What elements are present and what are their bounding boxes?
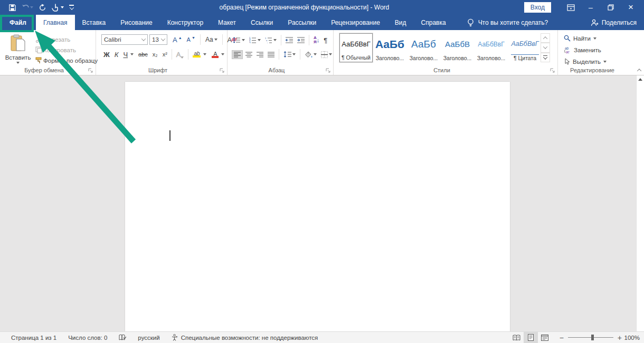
highlight-dropdown-icon[interactable] <box>203 53 206 55</box>
close-button[interactable]: × <box>621 1 641 14</box>
scroll-up-icon[interactable] <box>638 78 642 81</box>
web-layout-button[interactable] <box>538 332 552 343</box>
underline-dropdown-icon[interactable] <box>130 53 134 55</box>
styles-gallery-more-button[interactable] <box>541 53 550 62</box>
font-dialog-launcher-icon[interactable] <box>220 68 225 73</box>
save-icon[interactable] <box>8 4 16 12</box>
document-area <box>0 75 644 331</box>
styles-dialog-launcher-icon[interactable] <box>550 68 555 73</box>
font-color-button[interactable]: А <box>210 51 221 59</box>
style-quote[interactable]: АаБбВвГ ¶ Цитата <box>508 33 542 62</box>
increase-indent-icon <box>297 37 305 43</box>
share-button[interactable]: Поделиться <box>591 15 637 30</box>
title-bar: образец [Режим ограниченной функциональн… <box>0 0 644 15</box>
find-button[interactable]: Найти <box>562 34 608 43</box>
shrink-font-button[interactable]: A▼ <box>185 35 197 44</box>
tab-mailings[interactable]: Рассылки <box>280 15 324 30</box>
paste-button[interactable]: Вставить <box>4 34 32 70</box>
align-center-button[interactable] <box>244 51 254 59</box>
customize-qat-icon[interactable] <box>69 5 74 10</box>
clipboard-group-label: Буфер обмена <box>0 67 88 73</box>
word-count-status[interactable]: Число слов: 0 <box>62 335 113 341</box>
tab-view[interactable]: Вид <box>387 15 414 30</box>
touch-mode-icon[interactable] <box>52 4 64 12</box>
print-layout-button[interactable] <box>524 332 538 343</box>
strikethrough-button[interactable]: abc <box>136 51 150 58</box>
style-heading2[interactable]: АаБб Заголово... <box>407 33 440 62</box>
grow-font-button[interactable]: A▲ <box>171 35 184 45</box>
text-effects-button[interactable]: A <box>174 50 186 59</box>
text-cursor <box>169 130 171 141</box>
highlight-button[interactable]: ab <box>191 51 203 58</box>
show-marks-button[interactable]: ¶ <box>322 35 329 45</box>
tab-home[interactable]: Главная <box>36 15 75 30</box>
borders-button[interactable] <box>319 50 334 59</box>
change-case-button[interactable]: Aa <box>204 35 219 44</box>
numbering-button[interactable]: 123 <box>248 36 262 44</box>
select-button[interactable]: Выделить <box>562 57 608 66</box>
cut-button[interactable]: Вырезать <box>34 35 72 44</box>
lightbulb-icon <box>467 18 474 27</box>
document-page[interactable] <box>125 82 510 331</box>
copy-button[interactable]: Копировать <box>34 45 78 54</box>
sign-in-button[interactable]: Вход <box>524 2 551 13</box>
style-normal[interactable]: АаБбВвГ ¶ Обычный <box>339 33 373 62</box>
justify-button[interactable] <box>266 51 276 59</box>
undo-icon[interactable] <box>22 4 33 11</box>
italic-button[interactable]: К <box>112 50 121 59</box>
tell-me-search[interactable]: Что вы хотите сделать? <box>467 15 548 30</box>
restore-button[interactable] <box>601 1 621 14</box>
paragraph-dialog-launcher-icon[interactable] <box>326 68 331 73</box>
style-heading3[interactable]: АаБбВ Заголово... <box>441 33 474 62</box>
align-right-button[interactable] <box>255 51 265 59</box>
align-left-button[interactable] <box>232 50 243 59</box>
accessibility-status[interactable]: ? Специальные возможности: не поддержива… <box>166 334 324 341</box>
tab-file[interactable]: Файл <box>0 15 36 30</box>
font-color-dropdown-icon[interactable] <box>221 53 224 55</box>
tab-help[interactable]: Справка <box>414 15 453 30</box>
decrease-indent-button[interactable] <box>284 36 295 44</box>
styles-scroll-down-button[interactable] <box>541 43 550 52</box>
vertical-scrollbar[interactable] <box>636 75 644 331</box>
page-count-status[interactable]: Страница 1 из 1 <box>5 335 62 341</box>
tab-references[interactable]: Ссылки <box>243 15 280 30</box>
tab-design[interactable]: Конструктор <box>160 15 211 30</box>
increase-indent-button[interactable] <box>296 36 306 44</box>
zoom-out-button[interactable]: − <box>560 334 564 342</box>
ribbon-display-options-icon[interactable] <box>561 1 581 14</box>
zoom-level[interactable]: 100% <box>622 335 642 341</box>
superscript-button[interactable]: x² <box>160 51 169 58</box>
styles-scroll-up-button[interactable] <box>541 33 550 43</box>
font-family-select[interactable]: Calibri <box>101 34 148 45</box>
tab-review[interactable]: Рецензирование <box>324 15 387 30</box>
bold-button[interactable]: Ж <box>101 50 112 59</box>
zoom-slider-thumb[interactable] <box>591 335 594 340</box>
tab-insert[interactable]: Вставка <box>75 15 113 30</box>
tab-layout[interactable]: Макет <box>211 15 243 30</box>
style-heading1[interactable]: АаБб Заголово... <box>373 33 406 62</box>
zoom-slider[interactable] <box>568 337 613 338</box>
numbered-list-icon: 123 <box>249 37 257 43</box>
style-heading4[interactable]: АаБбВвГ Заголово... <box>475 33 508 62</box>
quick-access-toolbar <box>0 4 84 12</box>
format-painter-button[interactable]: Формат по образцу <box>34 56 99 65</box>
underline-button[interactable]: Ч <box>121 50 130 59</box>
shading-button[interactable] <box>303 50 318 59</box>
proofing-status-icon[interactable] <box>113 334 132 341</box>
line-spacing-button[interactable] <box>282 50 297 59</box>
minimize-button[interactable]: – <box>581 1 601 14</box>
subscript-button[interactable]: x₂ <box>150 51 160 58</box>
bullets-button[interactable] <box>232 36 247 44</box>
font-size-select[interactable]: 13 <box>149 34 167 45</box>
zoom-in-button[interactable]: + <box>618 334 622 342</box>
sort-button[interactable]: АЯ↓ <box>312 35 321 45</box>
collapse-ribbon-button[interactable] <box>638 66 641 73</box>
multilevel-list-button[interactable]: 1ai <box>263 36 278 44</box>
read-mode-button[interactable] <box>509 332 524 343</box>
language-status[interactable]: русский <box>132 335 165 341</box>
replace-button[interactable]: abac Заменить <box>562 45 608 54</box>
redo-icon[interactable] <box>39 4 46 12</box>
tab-draw[interactable]: Рисование <box>113 15 159 30</box>
clipboard-dialog-launcher-icon[interactable] <box>88 68 93 73</box>
share-label: Поделиться <box>602 19 637 26</box>
